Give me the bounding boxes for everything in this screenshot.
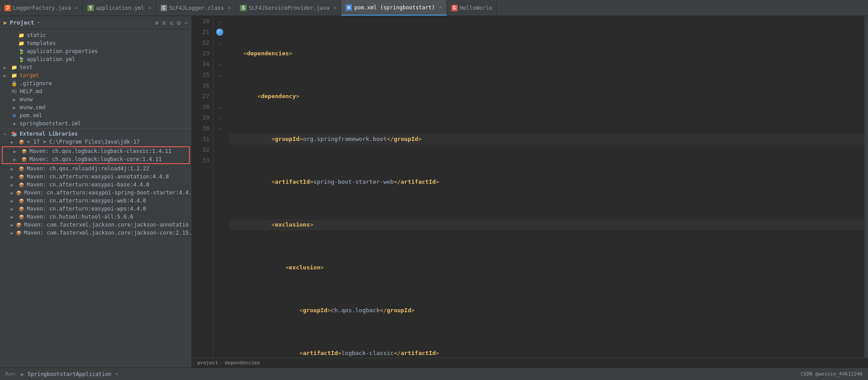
code-line-22: <groupId>org.springframework.boot</group… <box>230 134 864 145</box>
tree-label: Maven: com.fasterxml.jackson.core:jackso… <box>24 222 188 228</box>
pom-file-icon: m <box>11 112 18 119</box>
main-content: ▶ Project ▾ ⊕ ≡ ⇅ ⚙ − 📁 static � <box>0 16 868 368</box>
tree-item-jackson-annotation[interactable]: ▶ 📦 Maven: com.fasterxml.jackson.core:ja… <box>0 221 192 229</box>
csdn-label: CSDN @weixin_44612246 <box>801 371 863 377</box>
tree-item-easypoi-wps[interactable]: ▶ 📦 Maven: cn.afterturn:easypoi-wps:4.4.… <box>0 205 192 213</box>
lib-icon: 📦 <box>18 198 25 204</box>
tree-label: mvnw.cmd <box>20 104 46 111</box>
tree-item-gitignore[interactable]: 🔒 .gitignore <box>0 79 192 87</box>
tree-item-test[interactable]: ▶ 📁 test <box>0 63 192 71</box>
expand-arrow: ▶ <box>4 65 9 70</box>
editor-content: 20 21 22 23 24 25 26 27 28 29 30 31 32 3… <box>192 16 868 358</box>
tab-close[interactable]: × <box>334 5 337 11</box>
tree-item-ext-libs[interactable]: ▾ 📚 External Libraries <box>0 130 192 138</box>
tree-label: Maven: ch.qos.logback:logback-classic:1.… <box>29 148 171 154</box>
tree-label: mvnw <box>20 96 33 103</box>
tree-item-jackson-core[interactable]: ▶ 📦 Maven: com.fasterxml.jackson.core:ja… <box>0 229 192 237</box>
run-app-label: SpringbootstartApplication <box>28 371 112 377</box>
tree-item-easypoi-base[interactable]: ▶ 📦 Maven: cn.afterturn:easypoi-base:4.4… <box>0 181 192 189</box>
status-right: CSDN @weixin_44612246 <box>801 371 863 377</box>
gutter-fold-22[interactable]: ⬦ <box>213 37 226 48</box>
tree-label: target <box>20 72 39 78</box>
tab-hello-world[interactable]: G HelloWorlo <box>447 0 497 16</box>
provider-icon: S <box>240 5 246 11</box>
gutter-23 <box>213 48 226 59</box>
tree-item-templates[interactable]: 📁 templates <box>0 39 192 47</box>
gutter-27 <box>213 91 226 102</box>
breadcrumb-dependencies: dependencies <box>225 360 260 366</box>
gutter-fold-24[interactable]: ⬦ <box>213 59 226 70</box>
tree-item-static[interactable]: 📁 static <box>0 31 192 39</box>
gutter-fold-28[interactable]: ⬦ <box>213 102 226 112</box>
target-folder-icon: 📁 <box>11 72 18 78</box>
tab-label: SLF4JLogger.class <box>169 5 224 11</box>
gutter-fold-29[interactable]: ⬦ <box>213 112 226 123</box>
tree-item-app-yml[interactable]: 🍃 application.yml <box>0 55 192 63</box>
chevron-down-icon[interactable]: ▾ <box>37 20 40 25</box>
tree-item-hutool[interactable]: ▶ 📦 Maven: cn.hutool:hutool-all:5.6.6 <box>0 213 192 221</box>
highlighted-libs-box: ▶ 📦 Maven: ch.qos.logback:logback-classi… <box>2 146 190 164</box>
expand-arrow: ▶ <box>11 190 13 195</box>
gitignore-icon: 🔒 <box>11 80 18 87</box>
run-close-button[interactable]: × <box>115 371 118 377</box>
tab-label: SLF4JServiceProvider.java <box>249 5 330 11</box>
collapse-icon[interactable]: ≡ <box>162 19 166 26</box>
iml-icon: ▪ <box>11 120 18 127</box>
tab-slf4j-provider[interactable]: S SLF4JServiceProvider.java × <box>236 0 341 16</box>
tree-item-reload4j[interactable]: ▶ 📦 Maven: ch.qos.reload4j:reload4j:1.2.… <box>0 165 192 173</box>
tree-item-easypoi-web[interactable]: ▶ 📦 Maven: cn.afterturn:easypoi-web:4.4.… <box>0 197 192 205</box>
java-icon: J <box>4 5 11 11</box>
tree-item-target[interactable]: ▶ 📁 target <box>0 71 192 79</box>
minimize-icon[interactable]: − <box>184 19 188 26</box>
properties-icon: 🍃 <box>18 48 25 54</box>
expand-arrow: ▶ <box>11 215 16 219</box>
tree-item-app-properties[interactable]: 🍃 application.properties <box>0 47 192 55</box>
expand-arrow: ▶ <box>11 198 16 203</box>
tree-item-easypoi-annotation[interactable]: ▶ 📦 Maven: cn.afterturn:easypoi-annotati… <box>0 173 192 181</box>
tree-item-help-md[interactable]: MD HELP.md <box>0 87 192 95</box>
gutter-fold-25[interactable]: ⬦ <box>213 70 226 80</box>
tree-item-mvnw-cmd[interactable]: ▶ mvnw.cmd <box>0 103 192 112</box>
yml-file-icon: 🍃 <box>18 56 25 62</box>
code-area[interactable]: <dependencies> <dependency> <groupId>org… <box>226 16 864 358</box>
right-edge <box>864 16 868 358</box>
lib-icon: 📦 <box>18 182 25 188</box>
tree-item-logback-core[interactable]: ▶ 📦 Maven: ch.qos.logback:logback-core:1… <box>3 155 189 163</box>
gutter-33 <box>213 155 226 166</box>
tab-pom-xml[interactable]: m pom.xml (springbootstart) × <box>341 0 447 16</box>
tab-label: HelloWorlo <box>460 5 492 11</box>
tree-label: HELP.md <box>20 88 42 95</box>
expand-arrow: ▶ <box>4 73 9 78</box>
tab-close[interactable]: × <box>228 5 231 11</box>
tree-item-iml[interactable]: ▪ springbootstart.iml <box>0 120 192 128</box>
lib-icon: 📦 <box>18 214 25 220</box>
tab-slf4j-logger[interactable]: C SLF4JLogger.class × <box>156 0 236 16</box>
breadcrumb-project: project <box>197 360 218 366</box>
tab-logger-factory[interactable]: J LoggerFactory.java × <box>0 0 83 16</box>
settings-icon[interactable]: ⚙ <box>177 19 180 26</box>
tree-item-mvnw[interactable]: ▶ mvnw <box>0 95 192 103</box>
tab-application-yml[interactable]: Y application.yml × <box>83 0 156 16</box>
code-line-27: <artifactId>logback-classic</artifactId> <box>230 348 864 358</box>
lib-icon: 📦 <box>15 222 22 228</box>
breadcrumb-sep: › <box>220 360 223 366</box>
tab-label: application.yml <box>96 5 144 11</box>
tree-item-easypoi-spring[interactable]: ▶ 📦 Maven: cn.afterturn:easypoi-spring-b… <box>0 189 192 197</box>
sidebar-tree: 📁 static 📁 templates 🍃 application.prope… <box>0 29 192 368</box>
tree-item-pom[interactable]: m pom.xml <box>0 112 192 120</box>
tree-item-jdk17[interactable]: ▶ 📦 < 17 > C:\Program Files\Java\jdk-17 <box>0 138 192 146</box>
tree-label: .gitignore <box>20 80 52 87</box>
gutter-fold-20[interactable]: ⬦ <box>213 16 226 27</box>
tree-label: Maven: cn.afterturn:easypoi-spring-boot-… <box>24 190 192 196</box>
tree-item-logback-classic[interactable]: ▶ 📦 Maven: ch.qos.logback:logback-classi… <box>3 147 189 155</box>
gutter-fold-30[interactable]: ⬦ <box>213 123 226 134</box>
class-icon: C <box>161 5 167 11</box>
lib-icon: 📦 <box>18 206 25 212</box>
code-line-24: <exclusions> <box>230 219 864 230</box>
tab-close[interactable]: × <box>75 5 78 11</box>
expand-icon[interactable]: ⇅ <box>170 19 173 26</box>
tab-bar: J LoggerFactory.java × Y application.yml… <box>0 0 868 16</box>
tab-close[interactable]: × <box>148 5 151 11</box>
locate-icon[interactable]: ⊕ <box>155 19 159 26</box>
tab-close[interactable]: × <box>439 4 442 10</box>
